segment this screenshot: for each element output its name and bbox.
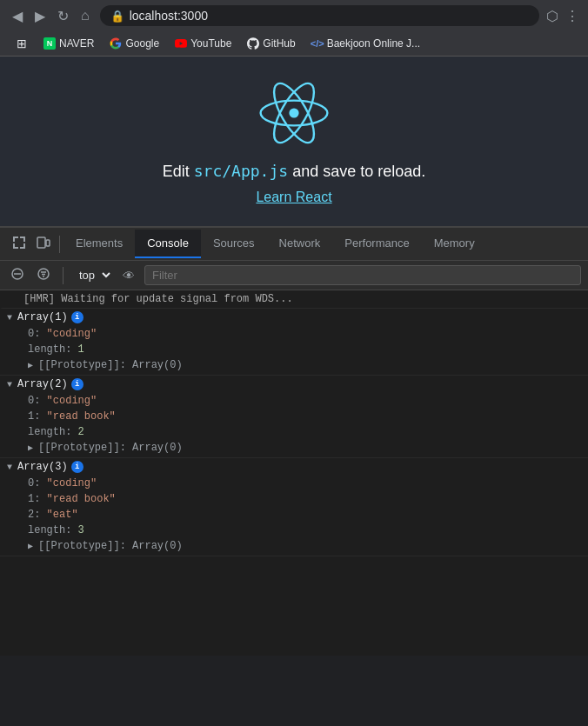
array-3-section: ▼ Array(3) i 0: "coding" 1: "read book" … [0, 458, 588, 556]
learn-react-link[interactable]: Learn React [256, 190, 331, 205]
edit-code: src/App.js [194, 162, 288, 180]
apps-icon: ⊞ [16, 37, 28, 50]
devtools-tabs: Elements Console Sources Network Perform… [0, 228, 588, 261]
reload-button[interactable]: ↻ [54, 6, 72, 26]
edit-text: Edit src/App.js and save to reload. [163, 162, 426, 181]
proto-triangle-2: ▶ [28, 443, 33, 453]
array-3-item-1: 1: "read book" [28, 491, 581, 507]
array-3-item-0: 0: "coding" [28, 476, 581, 491]
hmr-line: [HMR] Waiting for update signal from WDS… [0, 290, 588, 309]
array-3-header[interactable]: ▼ Array(3) i [0, 458, 588, 476]
bookmark-github-label: GitHub [263, 37, 295, 50]
bookmark-baekjoon[interactable]: </> Baekjoon Online J... [304, 35, 427, 52]
filter-input[interactable] [144, 265, 581, 285]
google-icon [110, 37, 122, 50]
array-1-body: 0: "coding" length: 1 ▶ [[Prototype]]: A… [0, 326, 588, 375]
clear-console-button[interactable] [7, 265, 28, 285]
array-1-item-0: 0: "coding" [28, 326, 581, 342]
page-content: Edit src/App.js and save to reload. Lear… [0, 57, 588, 226]
array-3-item-2: 2: "eat" [28, 507, 581, 523]
bookmark-google-label: Google [125, 37, 159, 50]
baekjoon-icon: </> [311, 37, 324, 50]
array-3-body: 0: "coding" 1: "read book" 2: "eat" leng… [0, 476, 588, 556]
tab-divider [59, 236, 60, 253]
naver-icon: N [43, 37, 56, 50]
array-2-body: 0: "coding" 1: "read book" length: 2 ▶ [… [0, 393, 588, 457]
tab-network[interactable]: Network [267, 230, 333, 258]
devtools-panel: Elements Console Sources Network Perform… [0, 226, 588, 656]
url-text: localhost:3000 [130, 9, 208, 23]
tab-elements[interactable]: Elements [63, 230, 135, 258]
address-bar[interactable]: 🔒 localhost:3000 [100, 5, 539, 26]
console-output[interactable]: [HMR] Waiting for update signal from WDS… [0, 290, 588, 656]
array-3-length: length: 3 [28, 523, 581, 538]
bookmark-youtube[interactable]: YouTube [168, 35, 238, 52]
array-1-length: length: 1 [28, 342, 581, 357]
array-1-header[interactable]: ▼ Array(1) i [0, 309, 588, 326]
bookmark-naver[interactable]: N NAVER [37, 35, 101, 52]
array-2-item-1: 1: "read book" [28, 409, 581, 424]
toolbar-divider [63, 267, 63, 284]
github-icon [247, 37, 259, 50]
home-button[interactable]: ⌂ [77, 6, 93, 25]
array-2-label: Array(2) [17, 378, 68, 390]
bookmark-youtube-label: YouTube [190, 37, 231, 50]
expand-triangle-2: ▼ [7, 380, 12, 390]
array-2-section: ▼ Array(2) i 0: "coding" 1: "read book" … [0, 376, 588, 458]
array-2-proto[interactable]: ▶ [[Prototype]]: Array(0) [28, 440, 581, 456]
bookmark-apps[interactable]: ⊞ [9, 35, 35, 52]
bookmarks-bar: ⊞ N NAVER Google YouTube GitHub </> Baek… [0, 31, 588, 57]
forward-button[interactable]: ▶ [31, 6, 49, 26]
array-1-proto[interactable]: ▶ [[Prototype]]: Array(0) [28, 357, 581, 373]
svg-rect-5 [46, 240, 50, 246]
expand-triangle-3: ▼ [7, 463, 12, 472]
extension-button[interactable]: ⬡ [546, 8, 558, 24]
svg-point-3 [289, 108, 298, 117]
svg-rect-4 [37, 237, 45, 248]
devtools-toolbar: top 👁 [0, 261, 588, 290]
array-2-length: length: 2 [28, 424, 581, 440]
lock-icon: 🔒 [110, 10, 124, 23]
device-icon-button[interactable] [31, 232, 56, 256]
context-selector[interactable]: top [72, 266, 113, 284]
filter-toggle-button[interactable] [33, 265, 54, 285]
bookmark-github[interactable]: GitHub [240, 35, 302, 52]
tab-sources[interactable]: Sources [201, 230, 267, 258]
array-3-proto[interactable]: ▶ [[Prototype]]: Array(0) [28, 538, 581, 554]
array-1-info-icon: i [71, 311, 84, 323]
tab-performance[interactable]: Performance [332, 230, 421, 258]
bookmark-baekjoon-label: Baekjoon Online J... [327, 37, 420, 50]
bookmark-google[interactable]: Google [103, 35, 166, 52]
array-2-info-icon: i [71, 378, 84, 390]
proto-triangle-1: ▶ [28, 360, 33, 370]
youtube-icon [175, 37, 187, 50]
array-3-info-icon: i [71, 461, 84, 473]
back-button[interactable]: ◀ [9, 6, 26, 26]
inspect-icon-button[interactable] [7, 232, 31, 256]
array-1-label: Array(1) [17, 311, 68, 323]
bookmark-naver-label: NAVER [59, 37, 94, 50]
expand-triangle-1: ▼ [7, 313, 12, 323]
proto-triangle-3: ▶ [28, 541, 33, 551]
array-2-header[interactable]: ▼ Array(2) i [0, 376, 588, 393]
menu-button[interactable]: ⋮ [565, 8, 579, 24]
array-3-label: Array(3) [17, 461, 68, 473]
hmr-text: [HMR] Waiting for update signal from WDS… [23, 293, 293, 305]
nav-icons: ⬡ ⋮ [546, 8, 579, 24]
react-logo [259, 78, 329, 148]
tab-console[interactable]: Console [135, 230, 201, 258]
nav-buttons: ◀ ▶ ↻ ⌂ [9, 6, 93, 26]
array-1-section: ▼ Array(1) i 0: "coding" length: 1 ▶ [[P… [0, 309, 588, 376]
tab-memory[interactable]: Memory [422, 230, 487, 258]
nav-bar: ◀ ▶ ↻ ⌂ 🔒 localhost:3000 ⬡ ⋮ [0, 0, 588, 31]
eye-button[interactable]: 👁 [118, 266, 139, 285]
array-2-item-0: 0: "coding" [28, 393, 581, 409]
